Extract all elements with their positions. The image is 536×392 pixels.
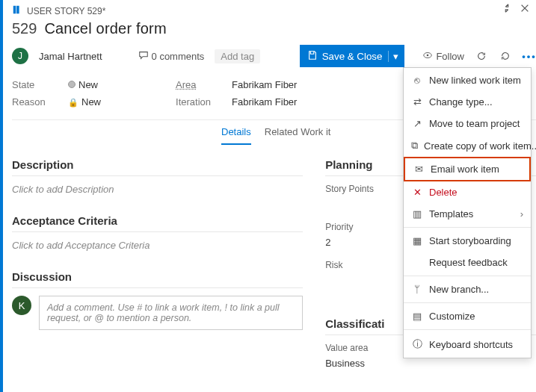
description-field[interactable]: Click to add Description bbox=[12, 184, 303, 195]
save-and-close-button[interactable]: Save & Close ▾ bbox=[300, 45, 405, 67]
menu-create-copy[interactable]: ⧉ Create copy of work item... bbox=[404, 134, 531, 157]
link-icon: ⎋ bbox=[411, 75, 423, 86]
close-icon[interactable] bbox=[520, 3, 530, 16]
menu-shortcuts[interactable]: ⓘ Keyboard shortcuts bbox=[404, 332, 531, 356]
discussion-heading: Discussion bbox=[12, 270, 303, 288]
area-value[interactable]: Fabrikam Fiber bbox=[232, 79, 297, 90]
state-value[interactable]: New bbox=[68, 79, 98, 90]
save-icon bbox=[307, 50, 318, 63]
save-label: Save & Close bbox=[322, 51, 383, 62]
state-label: State bbox=[12, 79, 53, 90]
iteration-label: Iteration bbox=[176, 96, 217, 108]
acceptance-field[interactable]: Click to add Acceptance Criteria bbox=[12, 240, 303, 251]
follow-label: Follow bbox=[436, 51, 464, 62]
menu-new-linked[interactable]: ⎋ New linked work item bbox=[404, 69, 531, 91]
book-icon bbox=[12, 4, 22, 17]
speech-bubble-icon bbox=[138, 50, 149, 63]
branch-icon: ᛘ bbox=[411, 284, 423, 295]
svg-rect-1 bbox=[16, 6, 19, 14]
context-menu: ⎋ New linked work item ⇄ Change type... … bbox=[403, 67, 532, 358]
mail-icon: ✉ bbox=[413, 164, 425, 175]
menu-email-work-item[interactable]: ✉ Email work item bbox=[404, 157, 531, 181]
avatar: K bbox=[12, 296, 31, 315]
acceptance-heading: Acceptance Criteria bbox=[12, 214, 303, 232]
more-actions-button[interactable]: ••• bbox=[523, 49, 536, 63]
template-icon: ▥ bbox=[411, 208, 423, 220]
collapse-icon[interactable] bbox=[502, 3, 512, 16]
chevron-right-icon: › bbox=[520, 208, 523, 220]
description-heading: Description bbox=[12, 158, 303, 176]
comments-button[interactable]: 0 comments bbox=[138, 50, 205, 63]
lock-icon: 🔒 bbox=[68, 98, 78, 107]
storyboard-icon: ▦ bbox=[411, 235, 423, 246]
add-tag-button[interactable]: Add tag bbox=[215, 49, 260, 63]
eye-icon bbox=[422, 50, 433, 63]
avatar[interactable]: J bbox=[12, 48, 28, 64]
info-icon: ⓘ bbox=[411, 337, 423, 351]
undo-icon[interactable] bbox=[499, 49, 512, 63]
tab-details[interactable]: Details bbox=[221, 120, 251, 145]
iteration-value[interactable]: Fabrikam Fiber bbox=[232, 96, 297, 108]
copy-icon: ⧉ bbox=[411, 140, 418, 152]
value-area-value[interactable]: Business bbox=[325, 358, 536, 381]
comment-input[interactable]: Add a comment. Use # to link a work item… bbox=[39, 296, 303, 330]
comments-count: 0 comments bbox=[152, 51, 205, 62]
area-label: Area bbox=[176, 79, 217, 90]
menu-feedback[interactable]: Request feedback bbox=[404, 252, 531, 273]
customize-icon: ▤ bbox=[411, 311, 423, 322]
follow-button[interactable]: Follow bbox=[422, 50, 464, 63]
menu-customize[interactable]: ▤ Customize bbox=[404, 305, 531, 327]
move-icon: ↗ bbox=[411, 118, 423, 129]
swap-icon: ⇄ bbox=[411, 96, 423, 108]
svg-rect-0 bbox=[13, 6, 16, 14]
reason-value[interactable]: 🔒New bbox=[68, 96, 101, 108]
menu-storyboard[interactable]: ▦ Start storyboarding bbox=[404, 230, 531, 252]
breadcrumb: USER STORY 529* bbox=[12, 0, 536, 19]
tab-related[interactable]: Related Work it bbox=[265, 120, 331, 145]
menu-delete[interactable]: ✕ Delete bbox=[404, 181, 531, 203]
chevron-down-icon[interactable]: ▾ bbox=[388, 51, 398, 62]
menu-new-branch[interactable]: ᛘ New branch... bbox=[404, 279, 531, 300]
menu-move-team[interactable]: ↗ Move to team project bbox=[404, 113, 531, 134]
refresh-icon[interactable] bbox=[475, 49, 488, 63]
delete-icon: ✕ bbox=[411, 187, 423, 198]
breadcrumb-text: USER STORY 529* bbox=[27, 6, 105, 16]
reason-label: Reason bbox=[12, 96, 53, 108]
work-item-id: 529 bbox=[12, 20, 37, 37]
menu-templates[interactable]: ▥ Templates › bbox=[404, 203, 531, 225]
assigned-user[interactable]: Jamal Hartnett bbox=[39, 51, 102, 62]
page-title[interactable]: Cancel order form bbox=[44, 20, 166, 37]
svg-point-3 bbox=[427, 54, 429, 56]
menu-change-type[interactable]: ⇄ Change type... bbox=[404, 91, 531, 113]
